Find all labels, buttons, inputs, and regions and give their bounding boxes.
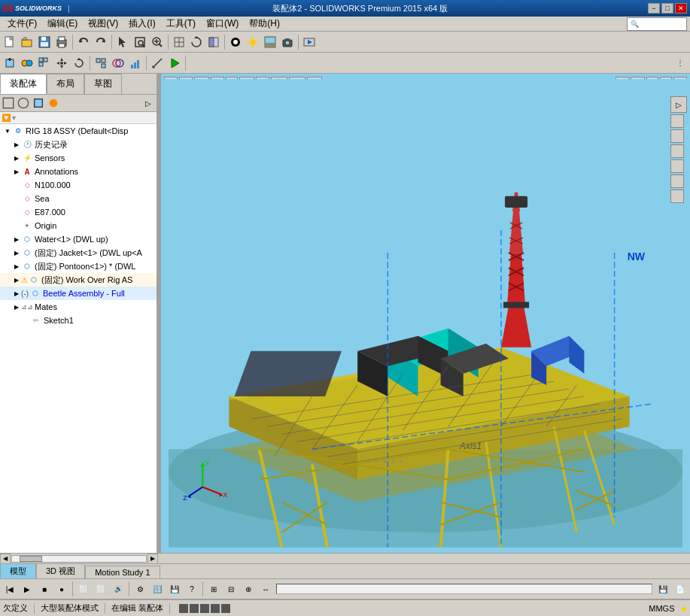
bt-settings-button[interactable]: ⚙ bbox=[132, 581, 148, 597]
open-button[interactable] bbox=[19, 34, 35, 50]
bt-save4-button[interactable]: 📄 bbox=[672, 581, 688, 597]
tree-annotations[interactable]: ▶ A Annotations bbox=[0, 165, 157, 178]
zoom-in-button[interactable] bbox=[149, 34, 166, 50]
zoom-fit-button[interactable] bbox=[132, 34, 148, 50]
bt-record-button[interactable]: ● bbox=[53, 581, 70, 597]
camera-button[interactable] bbox=[279, 34, 296, 50]
bt-calc-button[interactable]: 🔢 bbox=[149, 581, 166, 597]
right-btn-2[interactable] bbox=[670, 114, 684, 128]
tree-water[interactable]: ▶ ⬡ Water<1> (DWL up) bbox=[0, 232, 157, 246]
redo-button[interactable] bbox=[93, 34, 109, 50]
linear-pattern-button[interactable] bbox=[36, 55, 53, 71]
bt-save3-button[interactable]: 💾 bbox=[655, 581, 671, 597]
menu-window[interactable]: 窗口(W) bbox=[202, 16, 243, 32]
tree-mates[interactable]: ▶ ⊿⊿ Mates bbox=[0, 300, 157, 314]
scroll-left-button[interactable]: ◀ bbox=[0, 554, 11, 564]
smart-mates-button[interactable] bbox=[19, 55, 35, 71]
panel-tool-2[interactable] bbox=[17, 96, 30, 110]
bt-key-1[interactable]: ⬜ bbox=[75, 581, 92, 597]
menu-file[interactable]: 文件(F) bbox=[3, 16, 41, 32]
simulation-button[interactable] bbox=[166, 55, 183, 71]
print-button[interactable] bbox=[53, 34, 70, 50]
tab-motion-study[interactable]: Motion Study 1 bbox=[85, 566, 160, 578]
tree-toggle-mates[interactable]: ▶ bbox=[12, 304, 21, 311]
rotate-component-button[interactable] bbox=[71, 55, 87, 71]
save-button[interactable] bbox=[36, 34, 53, 50]
minimize-button[interactable]: − bbox=[648, 3, 660, 14]
assembly-stats-button[interactable] bbox=[127, 55, 144, 71]
view-orient-button[interactable] bbox=[171, 34, 187, 50]
right-btn-3[interactable] bbox=[670, 129, 684, 143]
scroll-right-button[interactable]: ▶ bbox=[147, 554, 158, 564]
bt-fit-button[interactable]: ↔ bbox=[257, 581, 274, 597]
bt-playback-button[interactable]: 🔊 bbox=[110, 581, 126, 597]
panel-tool-4[interactable] bbox=[47, 96, 60, 110]
color-button[interactable] bbox=[227, 34, 244, 50]
tree-toggle-workover[interactable]: ▶ bbox=[12, 277, 21, 284]
menu-insert[interactable]: 插入(I) bbox=[124, 16, 160, 32]
panel-tool-1[interactable] bbox=[2, 96, 15, 110]
tree-toggle-beetle[interactable]: ▶ bbox=[12, 290, 21, 297]
tree-toggle-annotations[interactable]: ▶ bbox=[12, 168, 21, 175]
bt-expand-button[interactable]: ⊞ bbox=[205, 581, 222, 597]
tab-assembly[interactable]: 装配体 bbox=[0, 74, 47, 94]
tree-sensors[interactable]: ▶ ⚡ Sensors bbox=[0, 151, 157, 165]
right-btn-5[interactable] bbox=[670, 159, 684, 173]
menu-help[interactable]: 帮助(H) bbox=[245, 16, 284, 32]
tree-toggle-jacket[interactable]: ▶ bbox=[12, 250, 21, 256]
move-component-button[interactable] bbox=[53, 55, 70, 71]
menu-tools[interactable]: 工具(T) bbox=[162, 16, 200, 32]
tree-toggle-water[interactable]: ▶ bbox=[12, 236, 21, 243]
tree-history[interactable]: ▶ 🕐 历史记录 bbox=[0, 138, 157, 151]
section-view-button[interactable] bbox=[205, 34, 222, 50]
menu-view[interactable]: 视图(V) bbox=[84, 16, 123, 32]
tree-sea[interactable]: ◇ Sea bbox=[0, 192, 157, 205]
tree-toggle-pontoon[interactable]: ▶ bbox=[12, 263, 21, 270]
timeline-track[interactable] bbox=[276, 584, 652, 594]
tree-pontoon[interactable]: ▶ ⬡ (固定) Pontoon<1>) * (DWL bbox=[0, 259, 157, 273]
tree-workover[interactable]: ▶ ⚠ ⬡ (固定) Work Over Rig AS bbox=[0, 273, 157, 287]
scene-button[interactable] bbox=[262, 34, 278, 50]
right-btn-6[interactable] bbox=[670, 174, 684, 188]
exploded-view-button[interactable] bbox=[93, 55, 109, 71]
tab-sketch[interactable]: 草图 bbox=[84, 74, 122, 94]
tree-toggle-history[interactable]: ▶ bbox=[12, 141, 21, 148]
lighting-button[interactable] bbox=[245, 34, 261, 50]
close-button[interactable]: ✕ bbox=[675, 3, 687, 14]
tree-root[interactable]: ▼ ⚙ RIG 18 ASSY (Default<Disp bbox=[0, 124, 157, 138]
tree-e87[interactable]: ◇ E87.000 bbox=[0, 205, 157, 219]
right-btn-4[interactable] bbox=[670, 144, 684, 158]
tree-n100[interactable]: ◇ N100.000 bbox=[0, 178, 157, 192]
bt-zoom-button[interactable]: ⊕ bbox=[240, 581, 257, 597]
tree-sketch1[interactable]: ✏ Sketch1 bbox=[0, 314, 157, 327]
render-button[interactable] bbox=[301, 34, 318, 50]
right-btn-1[interactable]: ▷ bbox=[670, 96, 687, 113]
menu-edit[interactable]: 编辑(E) bbox=[43, 16, 82, 32]
bt-save2-button[interactable]: 💾 bbox=[166, 581, 183, 597]
tab-model[interactable]: 模型 bbox=[0, 563, 36, 578]
select-button[interactable] bbox=[114, 34, 131, 50]
tab-3dview[interactable]: 3D 视图 bbox=[36, 563, 85, 578]
right-btn-7[interactable] bbox=[670, 190, 684, 203]
bt-play-button[interactable]: ▶ bbox=[19, 581, 35, 597]
insert-component-button[interactable] bbox=[2, 55, 18, 71]
tree-jacket[interactable]: ▶ ⬡ (固定) Jacket<1> (DWL up<A bbox=[0, 246, 157, 259]
bt-prev-button[interactable]: |◀ bbox=[2, 581, 18, 597]
expand-panel-button[interactable]: ▷ bbox=[141, 96, 155, 110]
tab-layout[interactable]: 布局 bbox=[47, 74, 84, 94]
panel-tool-3[interactable] bbox=[32, 96, 45, 110]
bt-stop-button[interactable]: ■ bbox=[36, 581, 53, 597]
tree-origin[interactable]: ✦ Origin bbox=[0, 219, 157, 232]
viewport[interactable]: ⊕ ⊖ ↔ △ □ ≡ ⊙ 🎨 📷 ⋯ ⊞ ◫ − □ ✕ bbox=[161, 74, 690, 553]
rotate-button[interactable] bbox=[188, 34, 205, 50]
bt-collapse-button[interactable]: ⊟ bbox=[223, 581, 239, 597]
interference-detect-button[interactable] bbox=[110, 55, 126, 71]
bt-key-2[interactable]: ⬜ bbox=[93, 581, 109, 597]
view-menu-button[interactable]: ⋮ bbox=[672, 55, 688, 71]
scroll-thumb[interactable] bbox=[20, 556, 42, 562]
measure-button[interactable] bbox=[149, 55, 166, 71]
maximize-button[interactable]: □ bbox=[661, 3, 673, 14]
new-button[interactable] bbox=[2, 34, 18, 50]
bt-help-button[interactable]: ? bbox=[184, 581, 200, 597]
search-box[interactable]: 🔍 bbox=[627, 17, 687, 31]
